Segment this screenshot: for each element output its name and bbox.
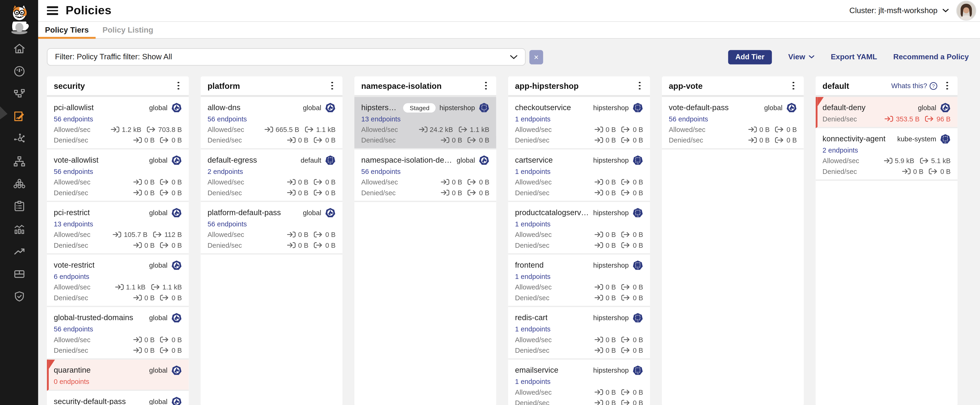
allowed-label: Allowed/sec [361, 178, 398, 185]
policy-card[interactable]: checkoutservice hipstershop ns 1 endpoin… [508, 97, 650, 150]
app-viewport: Policies Cluster: jlt-msft-workshop Poli… [0, 0, 980, 405]
policy-card[interactable]: emailservice hipstershop ns 1 endpoints … [508, 360, 650, 405]
endpoints-link[interactable]: 56 endpoints [54, 115, 93, 122]
tier-title: security [54, 81, 85, 91]
kebab-menu-icon[interactable] [636, 79, 643, 92]
endpoints-link[interactable]: 13 endpoints [54, 220, 93, 227]
policy-card[interactable]: productcatalogservice hipstershop ns 1 e… [508, 202, 650, 255]
tab-policy-listing[interactable]: Policy Listing [95, 22, 160, 38]
endpoints-link[interactable]: 2 endpoints [207, 167, 243, 175]
svg-text:ns: ns [483, 110, 485, 112]
policy-card[interactable]: frontend hipstershop ns 1 endpoints Allo… [508, 255, 650, 307]
denied-ingress-value: 0 B [144, 294, 154, 301]
trends-icon[interactable] [12, 244, 26, 258]
endpoints-link[interactable]: 1 endpoints [515, 167, 550, 175]
threat-defense-shield-icon[interactable] [12, 289, 26, 303]
hamburger-menu-icon[interactable] [47, 6, 58, 15]
endpoints-link[interactable]: 56 endpoints [669, 115, 708, 122]
user-avatar[interactable] [956, 1, 976, 21]
view-dropdown[interactable]: View [788, 53, 815, 61]
endpoints-link[interactable]: 1 endpoints [515, 325, 550, 332]
denied-egress-value: 0 B [325, 189, 336, 196]
denied-per-sec-row: Denied/sec 0 B 0 B [54, 187, 182, 198]
policy-card[interactable]: hipstershop-gh… Staged hipstershop ns 13… [355, 97, 496, 150]
endpoints-link[interactable]: 1 endpoints [515, 272, 550, 280]
workloads-cluster-icon[interactable] [12, 177, 26, 191]
clear-filter-button[interactable]: × [529, 50, 543, 64]
endpoints-link[interactable]: 1 endpoints [515, 220, 550, 227]
kebab-menu-icon[interactable] [790, 79, 797, 92]
policy-name: productcatalogservice [515, 208, 590, 217]
policy-card[interactable]: allow-dns global 56 endpoints Allowed/se… [201, 97, 343, 150]
tab-policy-tiers[interactable]: Policy Tiers [38, 22, 95, 38]
endpoints-link[interactable]: 56 endpoints [54, 325, 93, 332]
kebab-menu-icon[interactable] [329, 79, 336, 92]
policy-card[interactable]: namespace-isolation-default-p… global 56… [355, 150, 496, 202]
endpoints-link[interactable]: 56 endpoints [54, 167, 93, 175]
endpoints-link[interactable]: 13 endpoints [361, 115, 401, 122]
policy-card[interactable]: pci-allowlist global 56 endpoints Allowe… [47, 97, 189, 150]
calico-cat-logo[interactable] [0, 0, 38, 38]
policy-scope-label: global [145, 209, 167, 216]
endpoints-link[interactable]: 56 endpoints [207, 115, 247, 122]
policy-card[interactable]: quarantine global 0 endpoints [47, 360, 189, 391]
endpoints-link[interactable]: 0 endpoints [54, 377, 89, 385]
activity-stats-icon[interactable] [12, 222, 26, 236]
cluster-selector[interactable]: Cluster: jlt-msft-workshop [849, 6, 948, 15]
policy-filter-dropdown[interactable]: Filter: Policy Traffic filter: Show All [47, 48, 526, 65]
allowed-label: Allowed/sec [54, 283, 91, 290]
denied-egress-value: 0 B [633, 399, 643, 405]
policy-card[interactable]: cartservice hipstershop ns 1 endpoints A… [508, 150, 650, 202]
allowed-egress-value: 1.1 kB [162, 283, 182, 290]
endpoints-sitemap-icon[interactable] [12, 155, 26, 168]
denied-ingress-value: 0 B [759, 136, 770, 144]
policy-card[interactable]: default-deny global Denied/sec 353.5 B 9… [816, 97, 958, 128]
export-yaml-button[interactable]: Export YAML [831, 53, 877, 61]
endpoints-link[interactable]: 1 endpoints [515, 377, 550, 385]
ingress-arrow-icon [287, 179, 296, 185]
policy-card[interactable]: konnectivity-agent kube-system ns 2 endp… [816, 128, 958, 181]
egress-arrow-icon [314, 242, 323, 248]
endpoints-link[interactable]: 2 endpoints [822, 146, 858, 153]
policy-scope-label: global [145, 104, 167, 111]
egress-arrow-icon [160, 189, 169, 196]
policy-card[interactable]: vote-default-pass global 56 endpoints Al… [662, 97, 804, 150]
dashboard-gauge-icon[interactable] [12, 64, 26, 78]
network-flows-icon[interactable] [12, 132, 26, 146]
policy-card[interactable]: security-default-pass global [47, 391, 189, 405]
policy-card[interactable]: global-trusted-domains global 56 endpoin… [47, 307, 189, 360]
policy-scope-label: hipstershop [436, 104, 475, 111]
denied-ingress-value: 0 B [144, 346, 154, 354]
denied-egress-value: 0 B [633, 136, 643, 144]
allowed-egress-value: 0 B [633, 125, 643, 133]
home-icon[interactable] [12, 42, 26, 56]
kebab-menu-icon[interactable] [483, 79, 489, 92]
whats-this-link[interactable]: Whats this? ? [891, 81, 938, 90]
service-graph-icon[interactable] [12, 87, 26, 101]
inventory-tray-icon[interactable] [12, 267, 26, 281]
ingress-arrow-icon [133, 336, 142, 343]
allowed-egress-value: 0 B [172, 178, 182, 185]
policy-card[interactable]: pci-restrict global 13 endpoints Allowed… [47, 202, 189, 255]
compliance-clipboard-icon[interactable] [12, 199, 26, 213]
policy-scope-label: hipstershop [590, 209, 629, 216]
endpoints-link[interactable]: 6 endpoints [54, 272, 89, 280]
policy-card[interactable]: vote-restrict global 6 endpoints Allowed… [47, 255, 189, 307]
endpoints-link[interactable]: 56 endpoints [361, 167, 401, 175]
denied-egress-value: 0 B [172, 294, 182, 301]
endpoints-link[interactable]: 56 endpoints [207, 220, 247, 227]
kebab-menu-icon[interactable] [944, 79, 950, 92]
endpoints-link[interactable]: 1 endpoints [515, 115, 550, 122]
kebab-menu-icon[interactable] [175, 79, 182, 92]
add-tier-button[interactable]: Add Tier [728, 50, 772, 64]
policies-icon[interactable] [12, 110, 26, 123]
denied-per-sec-row: Denied/sec 0 B 0 B [822, 166, 951, 176]
policy-card[interactable]: default-egress default ns 2 endpoints Al… [201, 150, 343, 202]
policy-card[interactable]: redis-cart hipstershop ns 1 endpoints Al… [508, 307, 650, 360]
globe-icon [171, 396, 182, 405]
policy-card[interactable]: vote-allowlist global 56 endpoints Allow… [47, 150, 189, 202]
sidebar [0, 0, 38, 405]
policy-card[interactable]: platform-default-pass global 56 endpoint… [201, 202, 343, 255]
recommend-policy-button[interactable]: Recommend a Policy [893, 53, 969, 61]
allowed-ingress-value: 0 B [759, 125, 770, 133]
